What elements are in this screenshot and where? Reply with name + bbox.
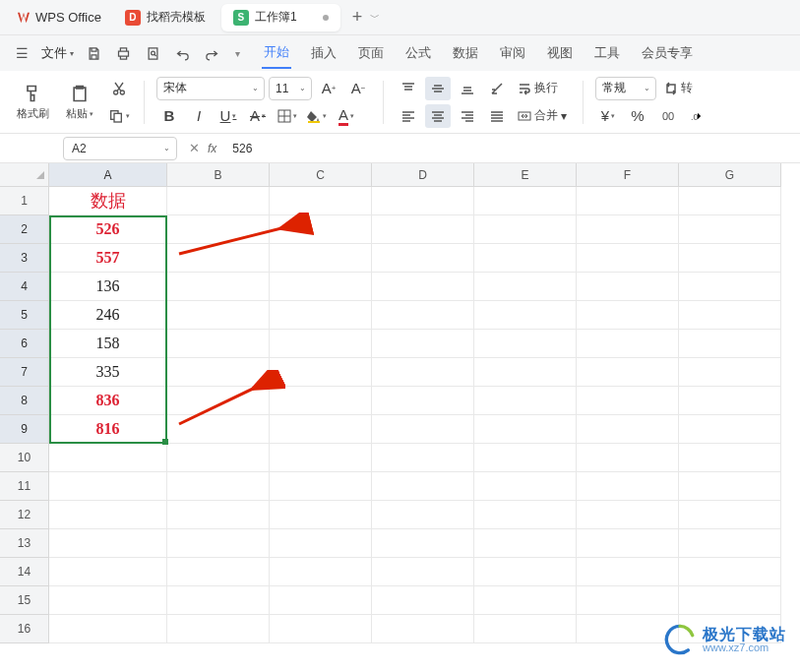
cell[interactable] (270, 558, 372, 586)
tab-docer[interactable]: D 找稻壳模板 (113, 4, 217, 31)
tab-data[interactable]: 数据 (451, 38, 480, 68)
cell[interactable] (167, 444, 270, 472)
tab-member[interactable]: 会员专享 (640, 38, 695, 68)
row-header[interactable]: 9 (0, 415, 49, 444)
cell[interactable] (167, 330, 270, 358)
cell[interactable] (372, 358, 474, 387)
formula-input[interactable]: 526 (232, 142, 252, 155)
row-header[interactable]: 5 (0, 301, 49, 330)
cell[interactable] (372, 301, 474, 330)
cell[interactable] (372, 215, 474, 244)
spreadsheet[interactable]: A B C D E F G 1 2 3 4 5 6 7 8 9 10 11 12… (0, 163, 800, 672)
font-name-select[interactable]: 宋体⌄ (156, 77, 265, 100)
row-header[interactable]: 10 (0, 444, 49, 472)
cell[interactable] (474, 615, 577, 643)
tab-overflow-button[interactable]: ﹀ (370, 11, 380, 25)
row-header[interactable]: 2 (0, 215, 49, 244)
cell[interactable] (577, 586, 679, 615)
cell[interactable] (270, 472, 372, 501)
cell[interactable] (474, 501, 577, 529)
cell[interactable] (577, 301, 679, 330)
wrap-text-button[interactable]: 换行 (514, 77, 562, 100)
cell[interactable] (474, 215, 577, 244)
italic-button[interactable]: I (186, 104, 212, 128)
currency-button[interactable]: ¥▾ (595, 104, 621, 128)
tab-workbook[interactable]: S 工作簿1 (221, 4, 340, 31)
cell[interactable] (167, 244, 270, 273)
border-button[interactable]: ▾ (275, 104, 300, 128)
cell-A9[interactable]: 816 (49, 415, 167, 444)
cell[interactable] (474, 244, 577, 273)
row-header[interactable]: 8 (0, 387, 49, 415)
cell[interactable] (372, 187, 474, 215)
cell[interactable] (474, 415, 577, 444)
cell[interactable] (270, 187, 372, 215)
cell[interactable] (270, 387, 372, 415)
cell[interactable] (167, 558, 270, 586)
print-preview-button[interactable] (139, 39, 166, 67)
hamburger-menu[interactable]: ☰ (8, 39, 35, 67)
col-header-A[interactable]: A (49, 163, 167, 187)
cell[interactable] (577, 273, 679, 301)
cell[interactable] (167, 358, 270, 387)
cell[interactable] (167, 187, 270, 215)
align-center-button[interactable] (425, 104, 451, 128)
cell[interactable] (270, 273, 372, 301)
cell[interactable] (577, 387, 679, 415)
cell[interactable] (49, 615, 167, 643)
fx-icon[interactable]: fx (208, 142, 216, 155)
justify-button[interactable] (484, 104, 510, 128)
underline-button[interactable]: U▾ (215, 104, 241, 128)
add-tab-button[interactable]: + (352, 7, 363, 28)
cell[interactable] (679, 387, 781, 415)
cell[interactable] (167, 586, 270, 615)
cell-A6[interactable]: 158 (49, 330, 167, 358)
strikethrough-button[interactable]: A▾ (245, 104, 271, 128)
cell[interactable] (474, 529, 577, 558)
cell-A5[interactable]: 246 (49, 301, 167, 330)
cell[interactable] (474, 330, 577, 358)
row-header[interactable]: 6 (0, 330, 49, 358)
cell[interactable] (167, 529, 270, 558)
cell[interactable] (372, 330, 474, 358)
cell[interactable] (167, 387, 270, 415)
cell[interactable] (679, 187, 781, 215)
cell[interactable] (577, 330, 679, 358)
cell[interactable] (270, 615, 372, 643)
cell[interactable] (679, 415, 781, 444)
cell[interactable] (679, 529, 781, 558)
increase-font-button[interactable]: A+ (316, 77, 341, 100)
cell[interactable] (270, 215, 372, 244)
cell[interactable] (167, 615, 270, 643)
cell[interactable] (270, 529, 372, 558)
cell[interactable] (474, 187, 577, 215)
cell[interactable] (372, 615, 474, 643)
col-header-B[interactable]: B (167, 163, 270, 187)
font-color-button[interactable]: A▾ (334, 104, 359, 128)
cell[interactable] (474, 444, 577, 472)
cell[interactable] (372, 558, 474, 586)
cell-A2[interactable]: 526 (49, 215, 167, 244)
redo-button[interactable] (198, 39, 225, 67)
col-header-F[interactable]: F (577, 163, 679, 187)
col-header-E[interactable]: E (474, 163, 577, 187)
cell-A3[interactable]: 557 (49, 244, 167, 273)
cell[interactable] (372, 472, 474, 501)
cell-A1[interactable]: 数据 (49, 187, 167, 215)
cell[interactable] (679, 558, 781, 586)
col-header-G[interactable]: G (679, 163, 781, 187)
cell[interactable] (167, 501, 270, 529)
cell[interactable] (577, 529, 679, 558)
cell[interactable] (577, 415, 679, 444)
cell[interactable] (679, 330, 781, 358)
cell[interactable] (679, 501, 781, 529)
cell[interactable] (474, 358, 577, 387)
cell[interactable] (577, 558, 679, 586)
cell[interactable] (372, 273, 474, 301)
row-header[interactable]: 3 (0, 244, 49, 273)
format-painter-button[interactable]: 格式刷 (12, 77, 53, 128)
col-header-D[interactable]: D (372, 163, 474, 187)
tab-tools[interactable]: 工具 (592, 38, 622, 68)
row-header[interactable]: 14 (0, 558, 49, 586)
cancel-formula-icon[interactable]: ✕ (189, 141, 200, 155)
